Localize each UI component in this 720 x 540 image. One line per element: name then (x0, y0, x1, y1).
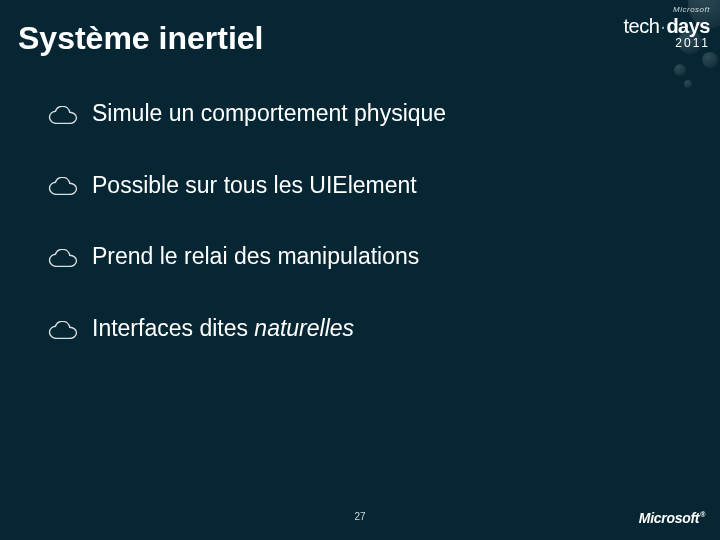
list-item: Interfaces dites naturelles (48, 315, 660, 343)
brand-microsoft-small: Microsoft (624, 6, 710, 14)
microsoft-logo-text: Microsoft (639, 510, 699, 526)
cloud-icon (48, 249, 78, 267)
slide-number: 27 (354, 511, 365, 522)
bullet-text: Interfaces dites naturelles (92, 315, 354, 343)
bullet-emph: naturelles (254, 315, 354, 341)
list-item: Possible sur tous les UIElement (48, 172, 660, 200)
slide: Microsoft tech·days 2011 Système inertie… (0, 0, 720, 540)
cloud-icon (48, 321, 78, 339)
list-item: Simule un comportement physique (48, 100, 660, 128)
bullet-list: Simule un comportement physique Possible… (48, 100, 660, 386)
registered-mark: ® (700, 511, 705, 518)
brand-year: 2011 (624, 37, 710, 49)
list-item: Prend le relai des manipulations (48, 243, 660, 271)
bullet-text: Possible sur tous les UIElement (92, 172, 417, 200)
microsoft-logo: Microsoft® (639, 510, 704, 526)
brand-techdays: Microsoft tech·days 2011 (624, 6, 710, 49)
slide-title: Système inertiel (18, 20, 263, 57)
brand-tech: tech (624, 15, 660, 37)
cloud-icon (48, 106, 78, 124)
bullet-text: Simule un comportement physique (92, 100, 446, 128)
brand-days: days (666, 15, 710, 37)
cloud-icon (48, 177, 78, 195)
bullet-text: Prend le relai des manipulations (92, 243, 419, 271)
bullet-prefix: Interfaces dites (92, 315, 254, 341)
brand-techdays-wordmark: tech·days (624, 16, 710, 36)
